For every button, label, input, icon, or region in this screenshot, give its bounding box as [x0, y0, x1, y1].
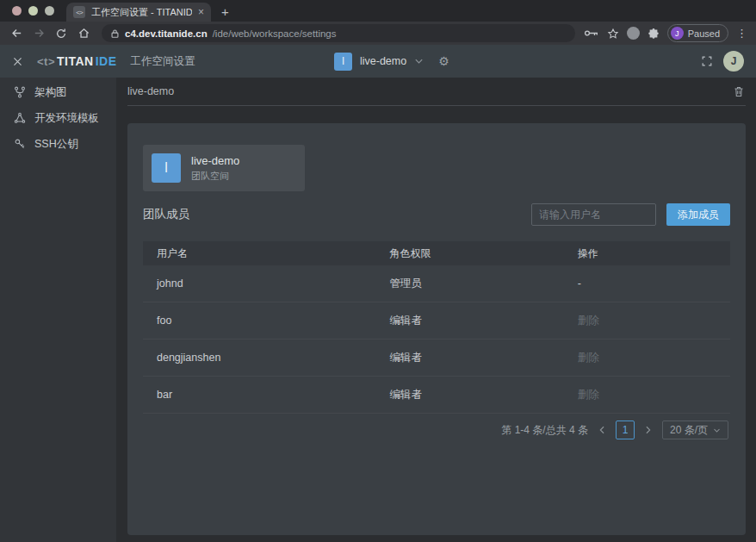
settings-panel: l live-demo 团队空间 团队成员 添加成员 用户名 角色权限 — [127, 123, 746, 535]
lock-icon — [110, 28, 120, 39]
workspace-card-name: live-demo — [191, 154, 239, 167]
delete-member-link[interactable]: 删除 — [578, 314, 730, 328]
sidebar-item-label: 开发环境模板 — [34, 111, 99, 126]
page-size-select[interactable]: 20 条/页 — [662, 421, 728, 439]
workspace-card-avatar: l — [152, 153, 181, 183]
browser-profile-chip[interactable]: J Paused — [667, 24, 728, 42]
new-tab-button[interactable]: + — [221, 4, 229, 22]
cell-action: - — [578, 277, 730, 290]
pagination: 第 1-4 条/总共 4 条 1 20 条/页 — [143, 414, 730, 446]
browser-window: <> 工作空间设置 - TITANIDE × + c4.dev.titanide… — [0, 0, 756, 542]
window-minimize-button[interactable] — [28, 6, 38, 16]
column-header-role: 角色权限 — [389, 246, 577, 261]
table-row: johnd 管理员 - — [143, 265, 730, 302]
app-header: <t>TITANIDE 工作空间设置 l live-demo ⚙ J — [0, 45, 756, 78]
window-controls — [0, 0, 66, 22]
profile-avatar: J — [671, 27, 684, 40]
profile-status-label: Paused — [688, 28, 720, 39]
browser-toolbar: c4.dev.titanide.cn/ide/web/workspace/set… — [0, 22, 756, 45]
members-toolbar: 团队成员 添加成员 — [143, 203, 730, 226]
url-path: /ide/web/workspace/settings — [213, 28, 337, 39]
workspace-switcher[interactable]: l live-demo ⚙ — [334, 53, 449, 71]
extension-avatar-icon[interactable] — [627, 27, 640, 40]
chevron-down-icon — [414, 58, 424, 65]
delete-member-link[interactable]: 删除 — [578, 351, 730, 365]
table-header-row: 用户名 角色权限 操作 — [143, 241, 730, 265]
fullscreen-icon[interactable] — [701, 55, 713, 67]
column-header-username: 用户名 — [143, 246, 389, 261]
chevron-down-icon — [713, 427, 721, 433]
page-title: 工作空间设置 — [131, 54, 195, 69]
delete-workspace-trash-icon[interactable] — [733, 85, 745, 98]
window-zoom-button[interactable] — [45, 6, 54, 16]
cell-role: 编辑者 — [389, 388, 577, 402]
table-row: dengjianshen 编辑者 删除 — [143, 340, 730, 377]
cell-username: foo — [143, 315, 389, 327]
workspace-settings-gear-icon[interactable]: ⚙ — [438, 55, 449, 67]
app-logo: <t>TITANIDE — [37, 54, 117, 68]
sidebar-item-architecture[interactable]: 架构图 — [0, 79, 116, 105]
cell-username: dengjianshen — [143, 352, 389, 364]
branch-icon — [14, 86, 26, 98]
members-section-title: 团队成员 — [143, 207, 189, 222]
cell-username: johnd — [143, 277, 389, 290]
tab-title: 工作空间设置 - TITANIDE — [91, 6, 192, 19]
workspace-avatar: l — [334, 53, 352, 71]
tab-favicon-icon: <> — [73, 6, 85, 18]
home-icon[interactable] — [74, 24, 93, 43]
header-divider — [127, 105, 746, 106]
cell-username: bar — [143, 389, 389, 401]
browser-tab-strip: <> 工作空间设置 - TITANIDE × + — [0, 0, 756, 22]
sidebar-item-ssh-key[interactable]: SSH公钥 — [0, 131, 116, 157]
content-header: live-demo — [116, 78, 756, 105]
prev-page-icon[interactable] — [595, 426, 609, 434]
user-avatar[interactable]: J — [723, 51, 744, 72]
page-size-value: 20 条/页 — [670, 423, 708, 438]
main-content: live-demo l live-demo 团队空间 团队成员 添 — [116, 78, 756, 542]
breadcrumb: live-demo — [127, 85, 174, 97]
cell-role: 编辑者 — [389, 314, 577, 328]
workspace-card-type: 团队空间 — [191, 170, 239, 183]
cell-role: 编辑者 — [389, 351, 577, 365]
sidebar-item-dev-template[interactable]: 开发环境模板 — [0, 105, 116, 131]
window-close-button[interactable] — [12, 6, 22, 16]
table-row: bar 编辑者 删除 — [143, 377, 730, 414]
browser-menu-icon[interactable]: ⋮ — [736, 27, 747, 40]
password-key-icon[interactable] — [584, 28, 599, 38]
sidebar: 架构图 开发环境模板 SSH公钥 — [0, 78, 116, 542]
template-icon — [14, 112, 26, 124]
address-bar[interactable]: c4.dev.titanide.cn/ide/web/workspace/set… — [102, 24, 575, 42]
back-icon[interactable] — [7, 24, 26, 43]
pagination-summary: 第 1-4 条/总共 4 条 — [501, 423, 588, 438]
workspace-name: live-demo — [360, 55, 406, 67]
column-header-action: 操作 — [578, 246, 730, 261]
sidebar-item-label: SSH公钥 — [34, 137, 78, 152]
tab-close-icon[interactable]: × — [198, 7, 204, 17]
browser-tab[interactable]: <> 工作空间设置 - TITANIDE × — [66, 3, 211, 22]
sidebar-item-label: 架构图 — [34, 85, 67, 100]
logo-mark: <t> — [37, 55, 55, 68]
extensions-puzzle-icon[interactable] — [648, 28, 660, 40]
bookmark-star-icon[interactable] — [607, 28, 619, 40]
table-row: foo 编辑者 删除 — [143, 302, 730, 340]
next-page-icon[interactable] — [641, 426, 655, 434]
members-table: 用户名 角色权限 操作 johnd 管理员 - foo 编辑者 删除 — [143, 241, 730, 414]
add-member-button[interactable]: 添加成员 — [666, 203, 730, 226]
cell-role: 管理员 — [389, 277, 577, 291]
key-icon — [14, 138, 26, 150]
username-input[interactable] — [531, 203, 656, 226]
reload-icon[interactable] — [52, 24, 71, 43]
url-host: c4.dev.titanide.cn — [125, 28, 208, 39]
app-header-right: J — [701, 51, 744, 72]
forward-icon[interactable] — [29, 24, 48, 43]
app-close-icon[interactable] — [12, 56, 23, 67]
page-number-button[interactable]: 1 — [616, 421, 635, 439]
toolbar-right-icons: J Paused ⋮ — [584, 24, 749, 42]
workspace-info-card: l live-demo 团队空间 — [143, 145, 305, 191]
delete-member-link[interactable]: 删除 — [578, 388, 730, 402]
